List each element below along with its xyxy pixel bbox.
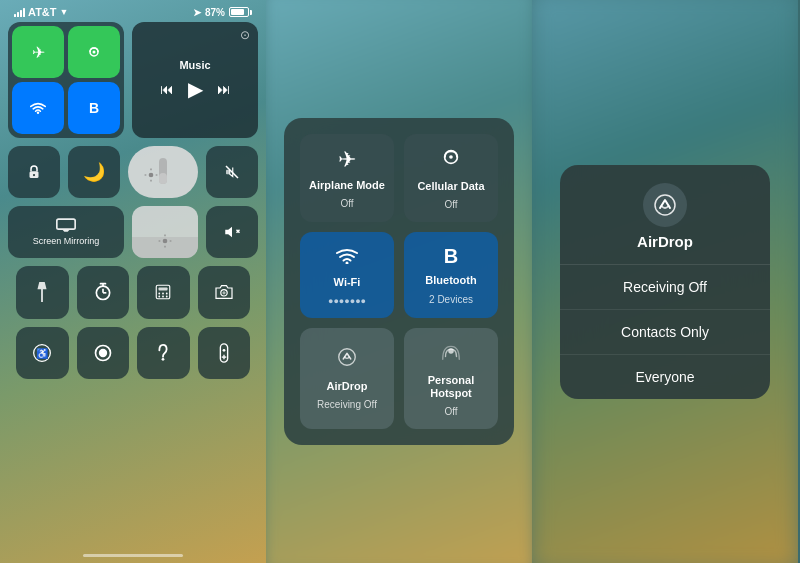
svg-point-37 — [99, 349, 107, 357]
orientation-lock-tile[interactable] — [8, 146, 60, 198]
battery-icon — [229, 7, 252, 17]
connectivity-block[interactable]: ✈ B — [8, 22, 124, 138]
svg-text:♿: ♿ — [36, 347, 49, 360]
network-expanded-panel: ✈ Airplane Mode Off Cellular Data — [266, 0, 532, 563]
music-title: Music — [179, 59, 210, 71]
screen-mirroring-label: Screen Mirroring — [33, 236, 100, 246]
svg-point-5 — [149, 173, 154, 178]
status-left: AT&T ▼ — [14, 6, 68, 18]
svg-point-31 — [166, 296, 168, 298]
airplane-sublabel: Off — [340, 198, 353, 209]
airdrop-item[interactable]: AirDrop Receiving Off — [300, 328, 394, 429]
prev-track-button[interactable]: ⏮ — [160, 81, 174, 97]
wifi-icon — [336, 244, 358, 270]
hotspot-icon — [440, 340, 462, 368]
svg-point-48 — [655, 195, 675, 215]
signal-bars — [14, 8, 25, 17]
status-bar: AT&T ▼ ➤ 87% — [0, 0, 266, 22]
status-right: ➤ 87% — [193, 7, 252, 18]
carrier-label: AT&T — [28, 6, 57, 18]
airdrop-panel: AirDrop Receiving Off Contacts Only Ever… — [532, 0, 798, 563]
brightness-slider[interactable] — [128, 146, 198, 198]
airplay-icon[interactable]: ⊙ — [240, 28, 250, 42]
wifi-status-icon: ▼ — [60, 7, 69, 17]
mute-tile[interactable] — [206, 146, 258, 198]
accessibility-tile[interactable]: ♿ — [16, 327, 69, 380]
svg-point-13 — [163, 239, 168, 244]
svg-rect-11 — [226, 170, 230, 175]
hotspot-label: Personal Hotspot — [412, 374, 490, 400]
bluetooth-sublabel: 2 Devices — [429, 294, 473, 305]
cellular-icon — [440, 146, 462, 174]
music-tile[interactable]: ⊙ Music ⏮ ▶ ⏭ — [132, 22, 258, 138]
airdrop-header-icon — [643, 183, 687, 227]
apple-tv-remote-tile[interactable] — [198, 327, 251, 380]
svg-rect-25 — [159, 288, 168, 291]
svg-point-26 — [159, 293, 161, 295]
location-icon: ➤ — [193, 7, 201, 18]
timer-tile[interactable] — [77, 266, 130, 319]
cellular-sublabel: Off — [444, 199, 457, 210]
airdrop-header: AirDrop — [560, 165, 770, 265]
network-card: ✈ Airplane Mode Off Cellular Data — [284, 118, 514, 445]
cellular-tile[interactable] — [68, 26, 120, 78]
bluetooth-item[interactable]: B Bluetooth 2 Devices — [404, 232, 498, 317]
svg-point-29 — [159, 296, 161, 298]
hotspot-sublabel: Off — [444, 406, 457, 417]
airplane-icon: ✈ — [338, 147, 356, 173]
bluetooth-label: Bluetooth — [425, 274, 476, 287]
svg-point-1 — [93, 51, 96, 54]
svg-rect-39 — [220, 344, 227, 362]
airplane-mode-item[interactable]: ✈ Airplane Mode Off — [300, 134, 394, 222]
screen-mirroring-tile[interactable]: Screen Mirroring — [8, 206, 124, 258]
network-grid: ✈ Airplane Mode Off Cellular Data — [300, 134, 498, 429]
svg-point-38 — [162, 358, 165, 361]
next-track-button[interactable]: ⏭ — [217, 81, 231, 97]
hotspot-item[interactable]: Personal Hotspot Off — [404, 328, 498, 429]
svg-point-4 — [33, 174, 35, 176]
bluetooth-tile[interactable]: B — [68, 82, 120, 134]
svg-point-2 — [37, 112, 39, 114]
airdrop-sublabel: Receiving Off — [317, 399, 377, 410]
svg-point-46 — [339, 349, 356, 366]
svg-point-28 — [166, 293, 168, 295]
svg-point-30 — [162, 296, 164, 298]
camera-tile[interactable] — [198, 266, 251, 319]
control-center-panel: AT&T ▼ ➤ 87% ✈ — [0, 0, 266, 563]
bluetooth-icon: B — [444, 245, 458, 268]
do-not-disturb-tile[interactable]: 🌙 — [68, 146, 120, 198]
battery-percent: 87% — [205, 7, 225, 18]
play-button[interactable]: ▶ — [188, 77, 203, 101]
flashlight-tile[interactable] — [16, 266, 69, 319]
airdrop-card: AirDrop Receiving Off Contacts Only Ever… — [560, 165, 770, 399]
cellular-label: Cellular Data — [417, 180, 484, 193]
mute-button-2[interactable] — [206, 206, 258, 258]
volume-slider[interactable] — [132, 206, 198, 258]
cellular-data-item[interactable]: Cellular Data Off — [404, 134, 498, 222]
svg-point-40 — [222, 349, 225, 352]
hearing-tile[interactable] — [137, 327, 190, 380]
wifi-tile[interactable] — [12, 82, 64, 134]
svg-point-44 — [449, 155, 453, 159]
music-controls[interactable]: ⏮ ▶ ⏭ — [160, 77, 231, 101]
screen-record-tile[interactable] — [77, 327, 130, 380]
airdrop-label: AirDrop — [327, 380, 368, 393]
svg-point-33 — [222, 291, 225, 294]
svg-rect-12 — [57, 219, 75, 229]
airplane-label: Airplane Mode — [309, 179, 385, 192]
airdrop-icon — [336, 346, 358, 374]
wifi-network-name: ●●●●●●● — [328, 296, 366, 306]
wifi-item[interactable]: Wi-Fi ●●●●●●● — [300, 232, 394, 317]
airdrop-contacts-only-option[interactable]: Contacts Only — [560, 310, 770, 355]
airplane-mode-tile[interactable]: ✈ — [12, 26, 64, 78]
home-indicator — [83, 554, 183, 557]
airdrop-everyone-option[interactable]: Everyone — [560, 355, 770, 399]
svg-point-27 — [162, 293, 164, 295]
svg-point-45 — [346, 262, 349, 265]
wifi-label: Wi-Fi — [334, 276, 361, 289]
airdrop-title: AirDrop — [637, 233, 693, 250]
airdrop-receiving-off-option[interactable]: Receiving Off — [560, 265, 770, 310]
calculator-tile[interactable] — [137, 266, 190, 319]
